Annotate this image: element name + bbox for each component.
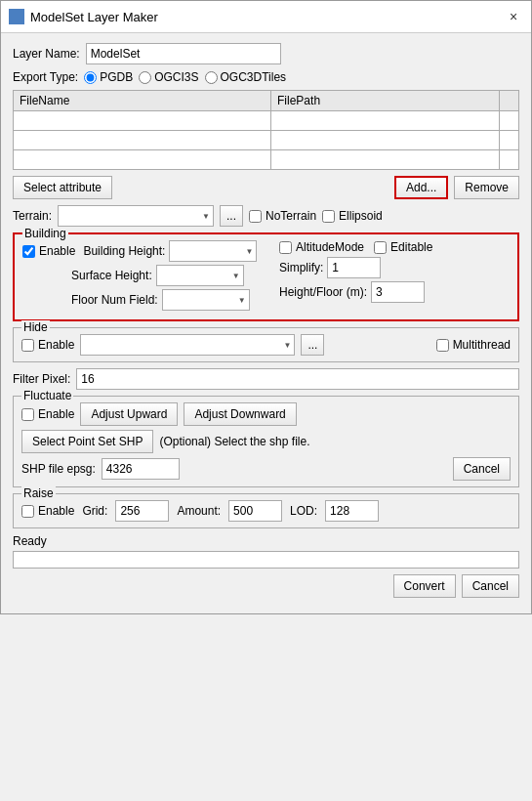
no-terrain-label[interactable]: NoTerrain	[249, 209, 316, 223]
adjust-downward-button[interactable]: Adjust Downward	[184, 402, 296, 426]
filter-pixel-label: Filter Pixel:	[13, 372, 70, 386]
building-enable-row: Enable Building Height:	[22, 240, 271, 262]
main-window: ModelSet Layer Maker × Layer Name: Expor…	[0, 0, 532, 614]
ready-section: Ready	[13, 534, 519, 569]
simplify-input[interactable]	[327, 257, 381, 278]
floor-num-label: Floor Num Field:	[71, 293, 158, 307]
raise-enable-text: Enable	[38, 504, 74, 518]
building-enable-text: Enable	[39, 244, 75, 258]
filename-col-header: FileName	[14, 91, 271, 111]
amount-label: Amount:	[177, 504, 221, 518]
table-row	[14, 131, 519, 150]
fluctuate-enable-checkbox[interactable]	[21, 408, 34, 421]
building-enable-checkbox[interactable]	[22, 245, 35, 258]
no-terrain-text: NoTerrain	[266, 209, 316, 223]
raise-enable-checkbox[interactable]	[21, 505, 34, 518]
table-row	[14, 111, 519, 131]
amount-input[interactable]	[228, 500, 282, 522]
pgdb-label: PGDB	[100, 70, 133, 84]
fluctuate-controls-row: Enable Adjust Upward Adjust Downward	[21, 402, 511, 426]
ogci3s-radio[interactable]	[139, 71, 151, 84]
layer-name-input[interactable]	[86, 43, 281, 64]
no-terrain-checkbox[interactable]	[249, 210, 262, 223]
lod-input[interactable]	[325, 500, 379, 522]
progress-bar	[13, 551, 519, 569]
pgdb-radio[interactable]	[84, 71, 97, 84]
shp-epsg-label: SHP file epsg:	[21, 462, 96, 476]
convert-button[interactable]: Convert	[393, 574, 456, 598]
window-title: ModelSet Layer Maker	[30, 10, 158, 24]
ellipsoid-label[interactable]: Ellipsoid	[322, 209, 383, 223]
hide-dots-button[interactable]: ...	[301, 334, 324, 356]
ogci3s-label: OGCI3S	[154, 70, 198, 84]
shp-epsg-input[interactable]	[102, 458, 180, 480]
height-floor-row: Height/Floor (m):	[279, 281, 510, 303]
ogc3dtiles-label: OGC3DTiles	[221, 70, 287, 84]
height-floor-input[interactable]	[371, 281, 425, 303]
file-table: FileName FilePath	[13, 90, 519, 170]
bottom-buttons-row: Convert Cancel	[13, 574, 519, 604]
hide-group-label: Hide	[21, 320, 50, 334]
select-attribute-button[interactable]: Select attribute	[13, 176, 112, 199]
hide-enable-text: Enable	[38, 338, 74, 352]
remove-button[interactable]: Remove	[454, 176, 519, 199]
multithread-text: Multithread	[453, 338, 511, 352]
adjust-upward-button[interactable]: Adjust Upward	[80, 402, 178, 426]
lod-label: LOD:	[290, 504, 317, 518]
ogci3s-radio-label[interactable]: OGCI3S	[139, 70, 198, 84]
floor-num-row: Floor Num Field:	[22, 289, 271, 311]
surface-height-select[interactable]	[156, 265, 244, 286]
terrain-row: Terrain: ... NoTerrain Ellipsoid	[13, 205, 519, 227]
terrain-select[interactable]	[58, 205, 214, 227]
ogc3dtiles-radio[interactable]	[205, 71, 218, 84]
fluctuate-group: Fluctuate Enable Adjust Upward Adjust Do…	[13, 396, 519, 487]
surface-height-row: Surface Height:	[22, 265, 271, 286]
ellipsoid-checkbox[interactable]	[322, 210, 335, 223]
ready-label: Ready	[13, 534, 519, 548]
add-button[interactable]: Add...	[394, 176, 448, 199]
hide-enable-checkbox[interactable]	[21, 339, 34, 352]
app-icon	[9, 9, 24, 24]
grid-input[interactable]	[115, 500, 169, 522]
building-group: Building Enable Building Height:	[13, 232, 519, 321]
altitude-mode-text: AltitudeMode	[296, 240, 364, 254]
extra-col	[500, 91, 519, 111]
cancel-button[interactable]: Cancel	[462, 574, 519, 598]
terrain-dots-button[interactable]: ...	[220, 205, 243, 227]
multithread-checkbox[interactable]	[436, 339, 449, 352]
height-floor-label: Height/Floor (m):	[279, 285, 367, 299]
pgdb-radio-label[interactable]: PGDB	[84, 70, 133, 84]
layer-name-label: Layer Name:	[13, 47, 80, 61]
select-point-button[interactable]: Select Point Set SHP	[21, 430, 153, 453]
terrain-label: Terrain:	[13, 209, 52, 223]
simplify-label: Simplify:	[279, 261, 323, 274]
filter-pixel-input[interactable]	[76, 368, 519, 390]
content-area: Layer Name: Export Type: PGDB OGCI3S OGC…	[1, 33, 531, 613]
file-buttons-row: Select attribute Add... Remove	[13, 176, 519, 199]
export-type-label: Export Type:	[13, 70, 78, 84]
fluctuate-shp-row: Select Point Set SHP (Optional) Select t…	[21, 430, 511, 453]
editable-checkbox[interactable]	[374, 241, 387, 254]
building-right-panel: AltitudeMode Editable Simplify: Height/F…	[279, 240, 510, 314]
ogc3dtiles-radio-label[interactable]: OGC3DTiles	[205, 70, 287, 84]
close-button[interactable]: ×	[504, 7, 523, 26]
editable-text: Editable	[390, 240, 432, 254]
title-bar: ModelSet Layer Maker ×	[1, 1, 531, 33]
floor-num-select[interactable]	[162, 289, 250, 311]
fluctuate-cancel-button[interactable]: Cancel	[453, 457, 511, 481]
building-left-panel: Enable Building Height: Surface Height:	[22, 240, 271, 314]
filepath-col-header: FilePath	[271, 91, 500, 111]
table-row	[14, 150, 519, 170]
ellipsoid-text: Ellipsoid	[339, 209, 383, 223]
altitude-mode-checkbox[interactable]	[279, 241, 292, 254]
raise-group-label: Raise	[21, 486, 56, 500]
optional-text: (Optional) Select the shp file.	[159, 435, 309, 448]
altitude-editable-row: AltitudeMode Editable	[279, 240, 510, 254]
building-height-select[interactable]	[169, 240, 257, 262]
export-type-row: Export Type: PGDB OGCI3S OGC3DTiles	[13, 70, 519, 84]
hide-group: Hide Enable ... Multithread	[13, 327, 519, 362]
hide-select[interactable]	[80, 334, 295, 356]
raise-group: Raise Enable Grid: Amount: LOD:	[13, 493, 519, 528]
fluctuate-enable-text: Enable	[38, 407, 74, 421]
layer-name-row: Layer Name:	[13, 43, 519, 64]
